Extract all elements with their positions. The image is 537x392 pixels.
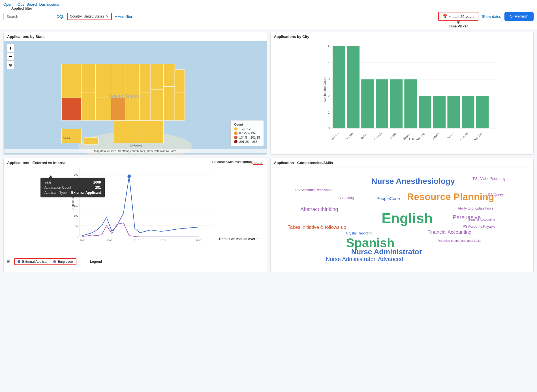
reset-view-btn[interactable]: ⊕: [7, 61, 14, 69]
svg-text:2000: 2000: [80, 239, 85, 242]
word-ps-accounts-receivable[interactable]: PS Accounts Receivable: [295, 188, 332, 192]
word-ps-accounts-payable[interactable]: PS Accounts Payable: [463, 225, 495, 229]
word-organize-people[interactable]: Organize people and goal tasks: [437, 239, 481, 242]
svg-rect-15: [151, 64, 163, 89]
svg-rect-16: [151, 89, 163, 120]
svg-text:2020: 2020: [196, 239, 201, 242]
svg-rect-6: [81, 92, 95, 120]
wordcloud-container: Nurse Anesthesiology PS nVision Reportin…: [271, 167, 534, 272]
refresh-label: Refresh: [515, 14, 529, 19]
word-persuasive[interactable]: Persuasive: [453, 214, 481, 221]
svg-text:2010: 2010: [133, 239, 139, 242]
add-filter-link[interactable]: + Add filter: [115, 14, 132, 19]
svg-text:Alaska: Alaska: [63, 137, 70, 139]
svg-rect-9: [111, 64, 125, 98]
svg-rect-47: [376, 79, 388, 128]
wordcloud-panel: Application - Competencies/Skills Nurse …: [270, 158, 534, 272]
svg-text:50: 50: [75, 224, 78, 227]
word-budgeting[interactable]: Budgeting: [339, 196, 354, 200]
svg-text:México: México: [129, 144, 142, 148]
map-svg: México: [4, 41, 267, 154]
svg-text:Bark Sound: Bark Sound: [456, 132, 468, 140]
tooltip-type-label: Applicant Type: [44, 191, 67, 195]
word-nurse-anesthesiology[interactable]: Nurse Anesthesiology: [371, 177, 455, 186]
svg-text:150: 150: [74, 204, 78, 207]
word-peoplecode[interactable]: PeopleCode: [376, 196, 400, 201]
filter-chip-text: Country: United States: [70, 14, 104, 18]
svg-rect-22: [142, 120, 163, 143]
svg-rect-5: [81, 64, 95, 92]
svg-text:4: 4: [328, 61, 330, 64]
search-input[interactable]: [3, 13, 54, 20]
filter-chip-close[interactable]: ✕: [106, 14, 109, 19]
fullscreen-btn[interactable]: [253, 161, 263, 165]
line-chart-panel: Applications - External vs Internal Full…: [3, 158, 267, 272]
svg-rect-55: [433, 96, 445, 128]
line-chart-tooltip: Year 2009 Application Count 281 Applican…: [40, 178, 105, 197]
word-abstract-thinking[interactable]: Abstract thinking: [300, 206, 338, 212]
svg-text:0: 0: [328, 126, 330, 130]
word-resource-planning[interactable]: Resource Planning: [407, 191, 494, 202]
legend-item-employee: Employee: [53, 260, 73, 264]
applied-filter-label: Applied filter: [11, 7, 32, 10]
word-ability-prioritize[interactable]: Ability to prioritize tasks: [458, 206, 493, 210]
svg-rect-61: [476, 96, 488, 128]
show-dates-btn[interactable]: Show dates: [482, 14, 501, 19]
svg-rect-11: [125, 64, 139, 98]
svg-rect-10: [111, 98, 125, 120]
svg-text:Abernathy: Abernathy: [414, 132, 425, 140]
svg-text:5: 5: [328, 45, 330, 47]
refresh-icon: ↻: [510, 14, 513, 19]
map-panel-title: Applications by State: [4, 32, 267, 41]
legend-item-4: 201.25 – 268: [234, 140, 260, 143]
zoom-in-btn[interactable]: +: [7, 44, 14, 52]
svg-text:City: City: [409, 137, 414, 140]
refresh-btn[interactable]: ↻ Refresh: [504, 12, 534, 21]
word-nurse-administrator-advanced[interactable]: Nurse Administrator, Advanced: [326, 256, 403, 262]
word-takes-initiative[interactable]: Takes initiative & follows up: [288, 225, 346, 230]
word-financial-accounting[interactable]: Financial Accounting: [427, 229, 471, 235]
svg-rect-17: [163, 64, 175, 87]
svg-rect-57: [447, 96, 460, 128]
legend-item-external: External Applicant: [18, 260, 49, 264]
map-container[interactable]: México: [4, 41, 267, 154]
word-ps-nvision[interactable]: PS nVision Reporting: [473, 177, 505, 181]
svg-text:United States: United States: [108, 93, 139, 99]
line-chart-title: Applications - External vs Internal: [7, 161, 67, 165]
wordcloud-title: Application - Competencies/Skills: [271, 158, 534, 167]
svg-text:1: 1: [328, 111, 330, 114]
map-legend: Count 1 – 67.75 67.75 – 134.5 134.5 – 20…: [230, 120, 264, 146]
svg-text:100: 100: [74, 214, 78, 217]
time-picker-btn[interactable]: 📅 ▾ Last 25 years: [438, 12, 478, 21]
svg-text:Application Count: Application Count: [322, 76, 326, 102]
time-picker-label: Last 25 years: [452, 14, 474, 19]
word-nurse-administrator[interactable]: Nurse Administrator: [351, 247, 422, 256]
dql-label[interactable]: DQL: [57, 14, 64, 19]
word-crystal-reporting[interactable]: Crystal Reporting: [346, 231, 373, 235]
svg-text:2005: 2005: [106, 239, 112, 242]
fullscreen-annotation-arrow: →: [250, 161, 254, 166]
details-arrow-icon: ←: [256, 236, 261, 241]
svg-text:Albany: Albany: [432, 132, 440, 140]
svg-point-86: [127, 174, 131, 178]
svg-text:300: 300: [74, 173, 78, 176]
svg-rect-49: [390, 79, 402, 128]
word-ps-query[interactable]: PS Query: [488, 193, 503, 197]
svg-rect-20: [175, 92, 185, 120]
zoom-out-btn[interactable]: −: [7, 53, 14, 61]
legend-icon: ≡: [7, 259, 10, 264]
svg-text:Pleasanton: Pleasanton: [328, 132, 339, 140]
bar-chart-svg: Application Count 0 1 2 3 4 5 Pleasa: [288, 45, 530, 140]
svg-rect-4: [61, 98, 81, 120]
svg-rect-45: [361, 79, 374, 128]
svg-rect-23: [61, 129, 81, 143]
line-chart-legend: ≡ External Applicant Employee → Legend: [4, 257, 267, 267]
svg-rect-13: [139, 64, 151, 92]
svg-rect-25: [84, 137, 98, 145]
svg-rect-51: [404, 79, 417, 128]
word-english[interactable]: English: [382, 210, 433, 227]
svg-rect-59: [462, 96, 474, 128]
svg-rect-3: [61, 64, 81, 98]
time-picker-annotation: Time Picker: [449, 24, 468, 28]
svg-text:Bear City: Bear City: [473, 132, 483, 140]
